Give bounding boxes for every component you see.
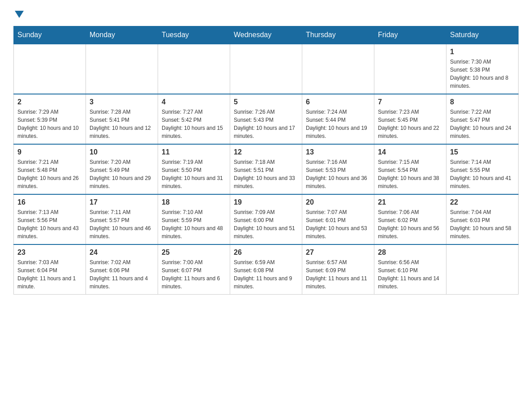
day-info: Sunrise: 7:16 AMSunset: 5:53 PMDaylight:… (306, 158, 370, 190)
logo-triangle-icon (15, 11, 24, 18)
day-of-week-header: Wednesday (230, 26, 302, 44)
day-info: Sunrise: 7:23 AMSunset: 5:45 PMDaylight:… (378, 108, 442, 140)
day-info: Sunrise: 7:30 AMSunset: 5:38 PMDaylight:… (450, 58, 515, 90)
calendar-cell: 28Sunrise: 6:56 AMSunset: 6:10 PMDayligh… (374, 244, 446, 295)
day-number: 6 (306, 98, 370, 106)
day-number: 7 (378, 98, 442, 106)
day-info: Sunrise: 7:27 AMSunset: 5:42 PMDaylight:… (162, 108, 226, 140)
calendar-cell: 7Sunrise: 7:23 AMSunset: 5:45 PMDaylight… (374, 94, 446, 144)
calendar-cell: 9Sunrise: 7:21 AMSunset: 5:48 PMDaylight… (14, 144, 86, 194)
calendar-cell: 13Sunrise: 7:16 AMSunset: 5:53 PMDayligh… (302, 144, 374, 194)
day-number: 26 (234, 248, 298, 257)
day-info: Sunrise: 7:09 AMSunset: 6:00 PMDaylight:… (234, 208, 298, 240)
day-info: Sunrise: 7:18 AMSunset: 5:51 PMDaylight:… (234, 158, 298, 190)
day-number: 27 (306, 248, 370, 257)
day-number: 10 (90, 148, 154, 156)
calendar-cell: 21Sunrise: 7:06 AMSunset: 6:02 PMDayligh… (374, 194, 446, 244)
day-number: 16 (17, 198, 82, 206)
day-number: 25 (162, 248, 226, 257)
day-number: 13 (306, 148, 370, 156)
day-number: 3 (90, 98, 154, 106)
day-info: Sunrise: 7:24 AMSunset: 5:44 PMDaylight:… (306, 108, 370, 140)
calendar-week-row: 23Sunrise: 7:03 AMSunset: 6:04 PMDayligh… (14, 244, 519, 295)
calendar-cell (230, 44, 302, 94)
day-number: 11 (162, 148, 226, 156)
day-number: 23 (17, 248, 82, 257)
day-number: 15 (450, 148, 515, 156)
day-number: 21 (378, 198, 442, 206)
calendar-cell: 11Sunrise: 7:19 AMSunset: 5:50 PMDayligh… (158, 144, 230, 194)
day-info: Sunrise: 7:28 AMSunset: 5:41 PMDaylight:… (90, 108, 154, 140)
day-number: 22 (450, 198, 515, 206)
day-number: 18 (162, 198, 226, 206)
calendar-cell: 23Sunrise: 7:03 AMSunset: 6:04 PMDayligh… (14, 244, 86, 295)
calendar-cell: 2Sunrise: 7:29 AMSunset: 5:39 PMDaylight… (14, 94, 86, 144)
day-number: 19 (234, 198, 298, 206)
day-info: Sunrise: 7:26 AMSunset: 5:43 PMDaylight:… (234, 108, 298, 140)
calendar-table: SundayMondayTuesdayWednesdayThursdayFrid… (13, 26, 519, 295)
calendar-cell: 6Sunrise: 7:24 AMSunset: 5:44 PMDaylight… (302, 94, 374, 144)
calendar-cell: 15Sunrise: 7:14 AMSunset: 5:55 PMDayligh… (446, 144, 519, 194)
calendar-cell: 22Sunrise: 7:04 AMSunset: 6:03 PMDayligh… (446, 194, 519, 244)
day-of-week-header: Tuesday (158, 26, 230, 44)
day-number: 24 (90, 248, 154, 257)
calendar-cell (158, 44, 230, 94)
day-number: 20 (306, 198, 370, 206)
day-number: 8 (450, 98, 515, 106)
day-info: Sunrise: 7:21 AMSunset: 5:48 PMDaylight:… (17, 158, 82, 190)
day-of-week-header: Thursday (302, 26, 374, 44)
day-number: 9 (17, 148, 82, 156)
day-number: 1 (450, 48, 515, 56)
day-of-week-header: Monday (86, 26, 158, 44)
calendar-cell: 3Sunrise: 7:28 AMSunset: 5:41 PMDaylight… (86, 94, 158, 144)
day-info: Sunrise: 7:06 AMSunset: 6:02 PMDaylight:… (378, 208, 442, 240)
calendar-cell: 14Sunrise: 7:15 AMSunset: 5:54 PMDayligh… (374, 144, 446, 194)
calendar-cell: 26Sunrise: 6:59 AMSunset: 6:08 PMDayligh… (230, 244, 302, 295)
calendar-week-row: 1Sunrise: 7:30 AMSunset: 5:38 PMDaylight… (14, 44, 519, 94)
day-info: Sunrise: 7:10 AMSunset: 5:59 PMDaylight:… (162, 208, 226, 240)
calendar-cell: 5Sunrise: 7:26 AMSunset: 5:43 PMDaylight… (230, 94, 302, 144)
day-info: Sunrise: 6:57 AMSunset: 6:09 PMDaylight:… (306, 258, 370, 291)
day-info: Sunrise: 7:29 AMSunset: 5:39 PMDaylight:… (17, 108, 82, 140)
day-info: Sunrise: 7:20 AMSunset: 5:49 PMDaylight:… (90, 158, 154, 190)
calendar-cell: 18Sunrise: 7:10 AMSunset: 5:59 PMDayligh… (158, 194, 230, 244)
day-number: 12 (234, 148, 298, 156)
day-info: Sunrise: 7:13 AMSunset: 5:56 PMDaylight:… (17, 208, 82, 240)
calendar-cell: 8Sunrise: 7:22 AMSunset: 5:47 PMDaylight… (446, 94, 519, 144)
day-info: Sunrise: 7:14 AMSunset: 5:55 PMDaylight:… (450, 158, 515, 190)
day-info: Sunrise: 6:56 AMSunset: 6:10 PMDaylight:… (378, 258, 442, 291)
day-info: Sunrise: 7:04 AMSunset: 6:03 PMDaylight:… (450, 208, 515, 240)
calendar-cell: 10Sunrise: 7:20 AMSunset: 5:49 PMDayligh… (86, 144, 158, 194)
calendar-header-row: SundayMondayTuesdayWednesdayThursdayFrid… (14, 26, 519, 44)
day-of-week-header: Saturday (446, 26, 519, 44)
day-info: Sunrise: 7:15 AMSunset: 5:54 PMDaylight:… (378, 158, 442, 190)
calendar-cell: 4Sunrise: 7:27 AMSunset: 5:42 PMDaylight… (158, 94, 230, 144)
calendar-cell: 19Sunrise: 7:09 AMSunset: 6:00 PMDayligh… (230, 194, 302, 244)
logo (13, 9, 24, 17)
day-of-week-header: Sunday (14, 26, 86, 44)
day-info: Sunrise: 7:02 AMSunset: 6:06 PMDaylight:… (90, 258, 154, 291)
day-number: 2 (17, 98, 82, 106)
calendar-cell: 27Sunrise: 6:57 AMSunset: 6:09 PMDayligh… (302, 244, 374, 295)
calendar-cell: 17Sunrise: 7:11 AMSunset: 5:57 PMDayligh… (86, 194, 158, 244)
calendar-cell: 16Sunrise: 7:13 AMSunset: 5:56 PMDayligh… (14, 194, 86, 244)
calendar-week-row: 16Sunrise: 7:13 AMSunset: 5:56 PMDayligh… (14, 194, 519, 244)
day-of-week-header: Friday (374, 26, 446, 44)
calendar-cell: 24Sunrise: 7:02 AMSunset: 6:06 PMDayligh… (86, 244, 158, 295)
calendar-week-row: 9Sunrise: 7:21 AMSunset: 5:48 PMDaylight… (14, 144, 519, 194)
calendar-cell (446, 244, 519, 295)
day-info: Sunrise: 7:00 AMSunset: 6:07 PMDaylight:… (162, 258, 226, 291)
calendar-cell: 20Sunrise: 7:07 AMSunset: 6:01 PMDayligh… (302, 194, 374, 244)
calendar-cell (374, 44, 446, 94)
day-info: Sunrise: 7:11 AMSunset: 5:57 PMDaylight:… (90, 208, 154, 240)
calendar-cell (302, 44, 374, 94)
calendar-week-row: 2Sunrise: 7:29 AMSunset: 5:39 PMDaylight… (14, 94, 519, 144)
day-number: 28 (378, 248, 442, 257)
day-info: Sunrise: 7:03 AMSunset: 6:04 PMDaylight:… (17, 258, 82, 291)
calendar-cell (86, 44, 158, 94)
day-number: 14 (378, 148, 442, 156)
calendar-cell: 25Sunrise: 7:00 AMSunset: 6:07 PMDayligh… (158, 244, 230, 295)
day-info: Sunrise: 7:19 AMSunset: 5:50 PMDaylight:… (162, 158, 226, 190)
calendar-cell: 12Sunrise: 7:18 AMSunset: 5:51 PMDayligh… (230, 144, 302, 194)
day-number: 5 (234, 98, 298, 106)
